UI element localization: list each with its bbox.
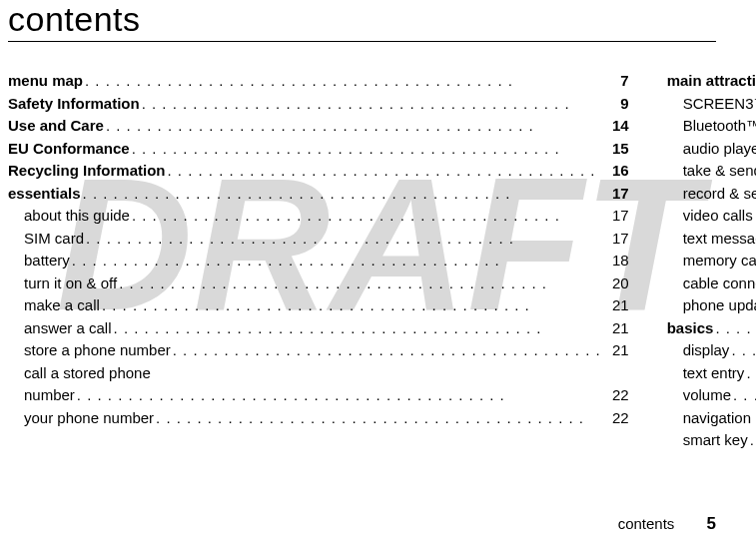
toc-section-entry: essentials. . . . . . . . . . . . . . . … — [8, 183, 629, 206]
toc-page: 17 — [603, 183, 629, 206]
toc-section-entry: Safety Information. . . . . . . . . . . … — [8, 93, 629, 116]
toc-label: take & send a photo — [683, 160, 756, 183]
toc-column: main attractions. . . . . . . . . . . . … — [667, 70, 756, 452]
toc-page: 9 — [603, 93, 629, 116]
toc-entry: answer a call. . . . . . . . . . . . . .… — [8, 317, 629, 340]
toc-entry: text messages. . . . . . . . . . . . . .… — [667, 228, 756, 251]
toc-entry: turn it on & off. . . . . . . . . . . . … — [8, 272, 629, 295]
toc-label: display — [683, 339, 730, 362]
toc-page: 16 — [603, 160, 629, 183]
toc-entry: SIM card. . . . . . . . . . . . . . . . … — [8, 228, 629, 251]
toc-label: Use and Care — [8, 115, 104, 138]
toc-dots: . . . . . . . . . . . . . . . . . . . . … — [744, 362, 756, 385]
toc-section-entry: basics. . . . . . . . . . . . . . . . . … — [667, 317, 756, 340]
toc-dots: . . . . . . . . . . . . . . . . . . . . … — [81, 183, 603, 206]
toc-section-entry: menu map. . . . . . . . . . . . . . . . … — [8, 70, 629, 93]
toc-columns: menu map. . . . . . . . . . . . . . . . … — [8, 70, 716, 452]
toc-entry: cable connections. . . . . . . . . . . .… — [667, 272, 756, 295]
toc-dots: . . . . . . . . . . . . . . . . . . . . … — [117, 272, 603, 295]
footer-label: contents — [618, 515, 675, 532]
toc-entry: display. . . . . . . . . . . . . . . . .… — [667, 339, 756, 362]
toc-dots: . . . . . . . . . . . . . . . . . . . . … — [166, 160, 603, 183]
toc-entry: store a phone number. . . . . . . . . . … — [8, 339, 629, 362]
toc-label: about this guide — [24, 205, 130, 228]
toc-page: 17 — [603, 228, 629, 251]
toc-label: text messages — [683, 228, 756, 251]
toc-label: answer a call — [24, 317, 112, 340]
toc-entry: take & send a photo. . . . . . . . . . .… — [667, 160, 756, 183]
toc-dots: . . . . . . . . . . . . . . . . . . . . … — [748, 429, 756, 452]
toc-label: basics — [667, 317, 714, 340]
toc-entry: Bluetooth™ wireless. . . . . . . . . . .… — [667, 115, 756, 138]
toc-label: video calls — [683, 205, 753, 228]
page-footer: contents 5 — [618, 514, 716, 534]
toc-label: SCREEN3™ headlines — [683, 93, 756, 116]
toc-entry: make a call. . . . . . . . . . . . . . .… — [8, 294, 629, 317]
toc-page: 14 — [603, 115, 629, 138]
toc-dots: . . . . . . . . . . . . . . . . . . . . … — [75, 384, 603, 407]
toc-label: Safety Information — [8, 93, 140, 116]
toc-section-entry: main attractions. . . . . . . . . . . . … — [667, 70, 756, 93]
toc-dots: . . . . . . . . . . . . . . . . . . . . … — [84, 228, 603, 251]
toc-label: your phone number — [24, 407, 154, 430]
toc-label: Bluetooth™ wireless — [683, 115, 756, 138]
toc-label: cable connections — [683, 272, 756, 295]
toc-dots: . . . . . . . . . . . . . . . . . . . . … — [729, 339, 756, 362]
title-rule — [8, 41, 716, 42]
toc-entry: battery. . . . . . . . . . . . . . . . .… — [8, 250, 629, 272]
toc-section-entry: Recycling Information. . . . . . . . . .… — [8, 160, 629, 183]
toc-entry: your phone number. . . . . . . . . . . .… — [8, 407, 629, 430]
toc-dots: . . . . . . . . . . . . . . . . . . . . … — [83, 70, 603, 93]
toc-page: 7 — [603, 70, 629, 93]
toc-label: SIM card — [24, 228, 84, 251]
toc-entry: navigation key. . . . . . . . . . . . . … — [667, 407, 756, 430]
toc-label: make a call — [24, 294, 100, 317]
toc-dots: . . . . . . . . . . . . . . . . . . . . … — [171, 339, 603, 362]
toc-label: audio player — [683, 138, 756, 161]
toc-entry: video calls. . . . . . . . . . . . . . .… — [667, 205, 756, 228]
toc-label: turn it on & off — [24, 272, 117, 295]
toc-entry: audio player. . . . . . . . . . . . . . … — [667, 138, 756, 161]
toc-label: main attractions — [667, 70, 756, 93]
toc-page: 17 — [603, 205, 629, 228]
toc-entry: smart key. . . . . . . . . . . . . . . .… — [667, 429, 756, 452]
toc-column: menu map. . . . . . . . . . . . . . . . … — [8, 70, 629, 452]
toc-label: memory card — [683, 250, 756, 272]
toc-dots: . . . . . . . . . . . . . . . . . . . . … — [130, 138, 603, 161]
toc-dots: . . . . . . . . . . . . . . . . . . . . … — [70, 250, 603, 272]
toc-entry: text entry. . . . . . . . . . . . . . . … — [667, 362, 756, 385]
toc-dots: . . . . . . . . . . . . . . . . . . . . … — [130, 205, 603, 228]
toc-label: navigation key — [683, 407, 756, 430]
page-body: contents menu map. . . . . . . . . . . .… — [0, 0, 756, 452]
toc-page: 22 — [603, 407, 629, 430]
toc-label: EU Conformance — [8, 138, 130, 161]
toc-label: text entry — [683, 362, 745, 385]
toc-label: number — [24, 384, 75, 407]
toc-page: 21 — [603, 317, 629, 340]
toc-dots: . . . . . . . . . . . . . . . . . . . . … — [140, 93, 603, 116]
toc-page: 22 — [603, 384, 629, 407]
toc-entry: SCREEN3™ headlines. . . . . . . . . . . … — [667, 93, 756, 116]
toc-section-entry: EU Conformance. . . . . . . . . . . . . … — [8, 138, 629, 161]
toc-entry: number. . . . . . . . . . . . . . . . . … — [8, 384, 629, 407]
toc-dots: . . . . . . . . . . . . . . . . . . . . … — [154, 407, 603, 430]
toc-label: store a phone number — [24, 339, 171, 362]
toc-label: record & send a video — [683, 183, 756, 206]
toc-dots: . . . . . . . . . . . . . . . . . . . . … — [731, 384, 756, 407]
toc-label: volume — [683, 384, 731, 407]
toc-label: Recycling Information — [8, 160, 166, 183]
page-title: contents — [8, 0, 716, 39]
toc-label: menu map — [8, 70, 83, 93]
toc-entry: volume. . . . . . . . . . . . . . . . . … — [667, 384, 756, 407]
toc-dots: . . . . . . . . . . . . . . . . . . . . … — [100, 294, 603, 317]
toc-entry: phone updates. . . . . . . . . . . . . .… — [667, 294, 756, 317]
toc-page: 21 — [603, 294, 629, 317]
toc-label: battery — [24, 250, 70, 272]
toc-entry: memory card. . . . . . . . . . . . . . .… — [667, 250, 756, 272]
toc-dots: . . . . . . . . . . . . . . . . . . . . … — [104, 115, 603, 138]
toc-page: 20 — [603, 272, 629, 295]
toc-dots: . . . . . . . . . . . . . . . . . . . . … — [713, 317, 756, 340]
footer-page-number: 5 — [707, 514, 716, 533]
toc-label: essentials — [8, 183, 81, 206]
toc-entry-line1: call a stored phone — [8, 362, 629, 385]
